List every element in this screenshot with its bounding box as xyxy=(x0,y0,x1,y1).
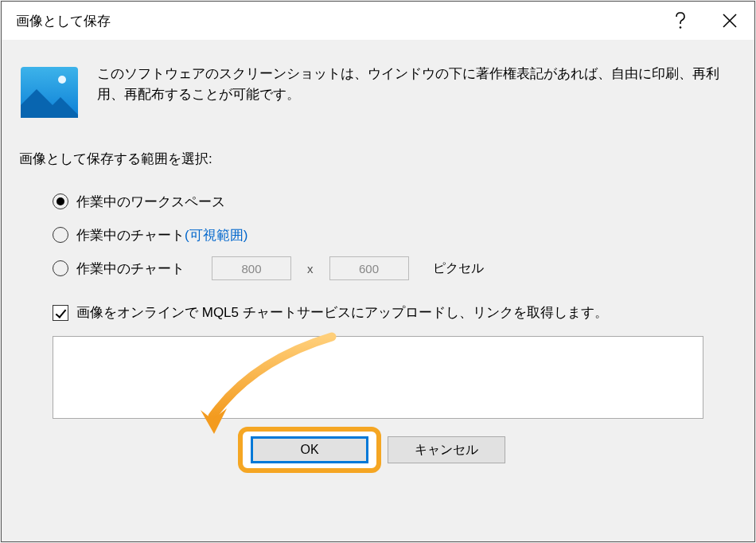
dialog-title: 画像として保存 xyxy=(16,12,656,30)
upload-checkbox[interactable] xyxy=(53,305,68,321)
svg-point-0 xyxy=(680,26,682,29)
ok-highlight-wrap: OK xyxy=(251,436,368,463)
radio-workspace-label: 作業中のワークスペース xyxy=(76,193,225,211)
radio-row-workspace: 作業中のワークスペース xyxy=(53,187,737,216)
radio-chart-size-label: 作業中のチャート xyxy=(76,260,185,278)
radio-row-chart-size: 作業中のチャート x ピクセル xyxy=(53,254,737,283)
radio-chart-size[interactable] xyxy=(53,260,68,276)
help-button[interactable] xyxy=(656,2,705,40)
ok-button[interactable]: OK xyxy=(251,436,368,463)
intro-text: このソフトウェアのスクリーンショットは、ウインドウの下に著作権表記があれば、自由… xyxy=(97,62,737,123)
radio-workspace[interactable] xyxy=(53,193,68,209)
dialog-content: このソフトウェアのスクリーンショットは、ウインドウの下に著作権表記があれば、自由… xyxy=(2,40,754,463)
radio-chart-visible-prefix: 作業中のチャート xyxy=(76,228,185,243)
section-label: 画像として保存する範囲を選択: xyxy=(19,150,737,168)
range-radio-group: 作業中のワークスペース 作業中のチャート(可視範囲) 作業中のチャート x ピク… xyxy=(19,187,737,283)
width-input[interactable] xyxy=(212,256,291,280)
link-textbox[interactable] xyxy=(53,336,703,419)
help-icon xyxy=(675,12,686,29)
cancel-button[interactable]: キャンセル xyxy=(388,436,505,463)
visible-range-link[interactable]: (可視範囲) xyxy=(185,228,247,243)
close-button[interactable] xyxy=(705,2,754,40)
close-icon xyxy=(723,14,737,28)
titlebar: 画像として保存 xyxy=(2,2,754,40)
dimension-x: x xyxy=(307,262,314,275)
height-input[interactable] xyxy=(329,256,409,280)
dimension-unit: ピクセル xyxy=(433,260,484,277)
radio-row-chart-visible: 作業中のチャート(可視範囲) xyxy=(53,221,737,249)
image-icon xyxy=(19,62,80,123)
upload-checkbox-row: 画像をオンラインで MQL5 チャートサービスにアップロードし、リンクを取得しま… xyxy=(19,303,737,322)
radio-chart-visible[interactable] xyxy=(53,227,68,243)
radio-chart-visible-label: 作業中のチャート(可視範囲) xyxy=(76,226,247,244)
svg-point-4 xyxy=(58,76,66,84)
intro-section: このソフトウェアのスクリーンショットは、ウインドウの下に著作権表記があれば、自由… xyxy=(19,62,737,123)
save-as-image-dialog: 画像として保存 xyxy=(1,1,755,542)
upload-checkbox-label: 画像をオンラインで MQL5 チャートサービスにアップロードし、リンクを取得しま… xyxy=(76,303,608,322)
button-row: OK キャンセル xyxy=(19,436,737,463)
